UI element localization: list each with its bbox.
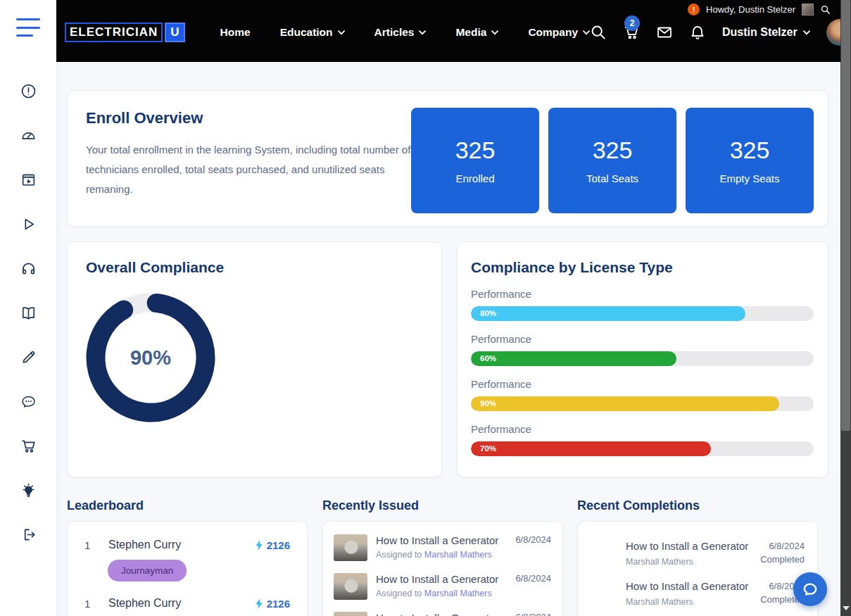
person-name: Marshall Mathers [626,597,748,607]
nav-item-education[interactable]: Education [280,26,345,39]
issued-date: 6/8/2024 [511,573,551,600]
admin-avatar[interactable] [802,4,814,15]
enroll-stats: 325 Enrolled 325 Total Seats 325 Empty S… [411,109,814,212]
assigned-to: Assigned to Marshall Mathers [376,550,498,560]
rank: 1 [84,598,96,610]
stat-value: 325 [593,137,633,164]
stat-label: Empty Seats [719,172,779,184]
assignee-link[interactable]: Marshall Mathers [424,550,492,560]
completion-item[interactable]: How to Install a Generator Marshall Math… [578,540,805,567]
bar-label: Performance [471,333,814,345]
sidebar-icon-rail [0,82,56,543]
license-bar-group: Performance 80% [471,288,814,321]
pencil-icon[interactable] [20,348,37,366]
compliance-donut-chart: 90% [86,293,215,422]
rank: 1 [84,539,96,551]
browser-scrollbar[interactable] [840,0,851,616]
cart-icon[interactable]: 2 [623,24,640,41]
bar-label: Performance [471,423,814,435]
chevron-down-icon [419,30,426,35]
search-icon[interactable] [590,24,607,41]
top-navbar: ! Howdy, Dustin Stelzer ELECTRICIAN U Ho… [56,0,840,62]
stat-value: 325 [455,137,496,164]
nav-item-company[interactable]: Company [528,26,590,39]
progress-bar-fill: 60% [471,351,676,366]
leaderboard-card: 1 Stephen Curry 2126 Journayman 1 Stephe… [67,521,308,616]
progress-bar-track: 70% [471,441,814,456]
overall-compliance-title: Overall Compliance [86,259,423,276]
course-title: How to Install a Generator [376,573,498,585]
course-title: How to Install a Generator [626,580,748,592]
play-icon[interactable] [20,215,37,233]
progress-bar-track: 90% [471,396,814,411]
progress-bar-fill: 90% [471,396,779,411]
nav-item-home[interactable]: Home [220,26,251,39]
alert-circle-icon[interactable] [20,82,37,100]
issued-item[interactable]: How to Install a Generator Assigned to M… [334,612,551,616]
hamburger-menu-icon[interactable] [16,18,40,37]
player-name: Stephen Curry [108,539,181,551]
lightbulb-icon[interactable] [20,482,37,499]
leaderboard-entry[interactable]: 1 Stephen Curry 2126 Journayman [84,597,290,616]
completion-status: Completed [760,553,805,567]
assigned-to: Assigned to Marshall Mathers [376,589,498,598]
chat-fab-button[interactable] [793,572,827,606]
license-compliance-card: Compliance by License Type Performance 8… [457,241,828,477]
recently-issued-card: How to Install a Generator Assigned to M… [322,521,563,616]
lightning-bolt-icon [255,598,264,609]
headphones-icon[interactable] [20,260,37,277]
admin-search-icon[interactable] [820,4,831,15]
nav-item-articles[interactable]: Articles [374,26,427,39]
stat-card-total-seats: 325 Total Seats [548,108,676,213]
issued-item[interactable]: How to Install a Generator Assigned to M… [334,573,551,600]
main-content: Enroll Overview Your total enrollment in… [56,62,840,616]
course-thumbnail [334,534,367,561]
recently-issued-title: Recently Issued [322,498,419,513]
course-thumbnail [334,612,367,616]
logout-icon[interactable] [20,526,37,543]
bar-label: Performance [471,378,814,390]
scrollbar-down-button[interactable] [840,603,851,613]
license-bar-group: Performance 60% [471,333,814,366]
progress-bar-track: 80% [471,306,814,321]
course-title: How to Install a Generator [376,612,498,616]
electrician-u-logo[interactable]: ELECTRICIAN U [65,23,185,42]
admin-alert-badge[interactable]: ! [688,4,700,15]
stat-card-enrolled: 325 Enrolled [411,108,539,213]
user-menu[interactable]: Dustin Stelzer [722,26,810,39]
compliance-percent-label: 90% [86,293,215,422]
messages-icon[interactable] [656,24,673,41]
admin-greeting[interactable]: Howdy, Dustin Stelzer [706,4,795,15]
person-name: Marshall Mathers [626,557,748,567]
bar-label: Performance [471,288,814,300]
issued-item[interactable]: How to Install a Generator Assigned to M… [334,534,551,561]
chevron-down-icon [803,30,810,35]
license-bar-group: Performance 90% [471,378,814,411]
nav-item-media[interactable]: Media [455,26,498,39]
license-bar-group: Performance 70% [471,423,814,456]
progress-bar-fill: 70% [471,441,711,456]
enroll-overview-text: Enroll Overview Your total enrollment in… [86,109,411,212]
completion-date: 6/8/2024 [760,540,805,553]
book-icon[interactable] [20,304,37,322]
chat-icon[interactable] [20,393,37,410]
cart-count-badge: 2 [624,15,640,31]
recent-completions-card: How to Install a Generator Marshall Math… [577,521,818,616]
notifications-bell-icon[interactable] [689,24,706,41]
admin-bar: ! Howdy, Dustin Stelzer [688,4,831,15]
license-compliance-title: Compliance by License Type [471,259,814,276]
leaderboard-entry[interactable]: 1 Stephen Curry 2126 Journayman [84,539,290,597]
completion-item[interactable]: How to Install a Generator Marshall Math… [578,580,805,607]
scrollbar-thumb[interactable] [841,0,850,431]
left-sidebar [0,0,56,616]
stat-card-empty-seats: 325 Empty Seats [686,108,814,213]
enroll-overview-title: Enroll Overview [86,109,411,127]
dashboard-gauge-icon[interactable] [20,127,37,144]
issued-date: 6/8/2024 [511,612,551,616]
overall-compliance-card: Overall Compliance 90% [67,241,442,477]
enroll-overview-description: Your total enrollment in the learning Sy… [86,140,411,199]
assignee-link[interactable]: Marshall Mathers [424,589,492,598]
video-icon[interactable] [20,171,37,189]
logo-accent: U [165,23,184,42]
cart-icon[interactable] [20,437,37,455]
